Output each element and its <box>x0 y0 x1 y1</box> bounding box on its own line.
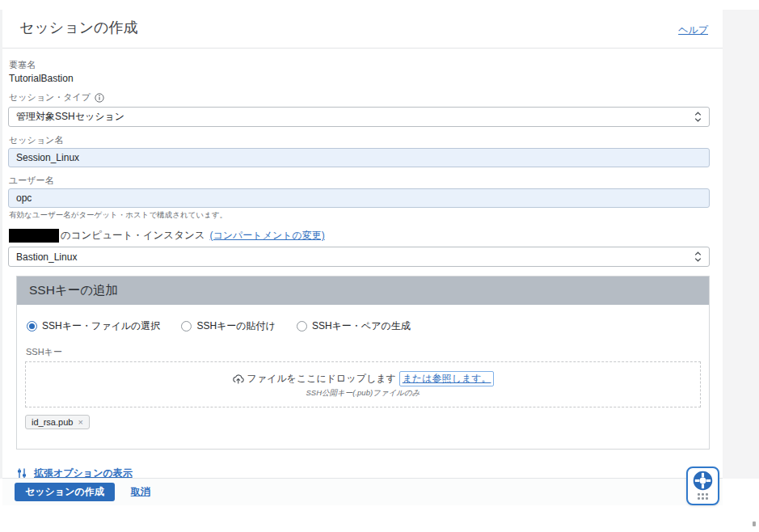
lifebuoy-icon <box>693 471 713 491</box>
change-compartment-link[interactable]: (コンパートメントの変更) <box>210 229 325 243</box>
username-input[interactable]: opc <box>8 188 710 208</box>
page-title: セッションの作成 <box>19 18 138 37</box>
ssh-key-label: SSHキー <box>26 346 701 358</box>
help-link[interactable]: ヘルプ <box>678 23 708 37</box>
help-widget-button[interactable] <box>686 467 719 505</box>
session-name-input[interactable]: Session_Linux <box>8 148 710 167</box>
username-label: ユーザー名 <box>9 175 710 187</box>
dropzone-text: ファイルをここにドロップします <box>247 372 396 386</box>
session-type-label: セッション・タイプ <box>9 91 91 103</box>
ssh-key-dropzone[interactable]: ファイルをここにドロップします または参照します。 SSH公開キー(.pub)フ… <box>25 361 701 407</box>
select-stepper-icon <box>694 112 702 122</box>
drag-handle-dots-icon <box>698 493 708 500</box>
panel-footer: セッションの作成 取消 <box>2 478 723 505</box>
dropzone-hint: SSH公開キー(.pub)ファイルのみ <box>26 388 700 399</box>
bastion-name-label: 要塞名 <box>9 59 710 71</box>
ssh-section-header: SSHキーの追加 <box>17 277 709 305</box>
create-session-button[interactable]: セッションの作成 <box>15 483 115 501</box>
radio-unselected-icon <box>297 321 307 331</box>
ssh-section-body: SSHキー・ファイルの選択 SSHキーの貼付け SSHキー・ペアの生成 SSHキ… <box>17 305 709 449</box>
radio-unselected-icon <box>181 321 192 331</box>
create-session-panel: セッションの作成 ヘルプ 要塞名 TutorialBastion セッション・タ… <box>2 0 723 505</box>
compartment-name-redacted <box>9 229 59 243</box>
radio-choose-ssh-key-file[interactable]: SSHキー・ファイルの選択 <box>27 319 160 333</box>
panel-header: セッションの作成 ヘルプ <box>2 0 723 49</box>
compute-instance-select[interactable]: Bastion_Linux <box>8 247 710 267</box>
browse-link-focus-ring: または参照します。 <box>399 371 495 386</box>
username-value: opc <box>16 192 32 204</box>
cancel-link[interactable]: 取消 <box>131 485 150 499</box>
compute-instance-label-row: のコンピュート・インスタンス (コンパートメントの変更) <box>9 229 710 243</box>
cloud-upload-icon <box>232 374 244 384</box>
radio-paste-ssh-key[interactable]: SSHキーの貼付け <box>181 319 276 333</box>
session-type-selected-value: 管理対象SSHセッション <box>16 110 124 124</box>
info-icon[interactable] <box>95 93 104 103</box>
session-type-select[interactable]: 管理対象SSHセッション <box>8 107 710 127</box>
browse-files-link[interactable]: または参照します。 <box>403 373 491 384</box>
compute-instance-selected-value: Bastion_Linux <box>16 251 77 263</box>
panel-body: 要塞名 TutorialBastion セッション・タイプ 管理対象SSHセッシ… <box>2 49 723 480</box>
uploaded-file-chip[interactable]: id_rsa.pub × <box>25 415 90 429</box>
create-session-page: セッションの作成 ヘルプ 要塞名 TutorialBastion セッション・タ… <box>0 0 759 532</box>
page-background-strip-right <box>723 10 759 479</box>
radio-generate-ssh-key-pair[interactable]: SSHキー・ペアの生成 <box>297 319 411 333</box>
session-name-value: Session_Linux <box>16 152 79 163</box>
username-helper-text: 有効なユーザー名がターゲット・ホストで構成されています。 <box>9 210 710 221</box>
session-name-label: セッション名 <box>9 134 710 146</box>
uploaded-file-name: id_rsa.pub <box>32 417 73 427</box>
ssh-section-title: SSHキーの追加 <box>29 282 118 299</box>
select-stepper-icon <box>694 251 702 262</box>
compute-instance-label: のコンピュート・インスタンス <box>61 229 205 243</box>
screen-artifact <box>753 521 756 526</box>
ssh-key-section: SSHキーの追加 SSHキー・ファイルの選択 SSHキーの貼付け <box>16 276 710 450</box>
ssh-key-mode-radio-group: SSHキー・ファイルの選択 SSHキーの貼付け SSHキー・ペアの生成 <box>27 319 701 333</box>
radio-selected-icon <box>27 321 37 331</box>
remove-file-icon[interactable]: × <box>78 417 82 427</box>
bastion-name-value: TutorialBastion <box>9 73 710 84</box>
